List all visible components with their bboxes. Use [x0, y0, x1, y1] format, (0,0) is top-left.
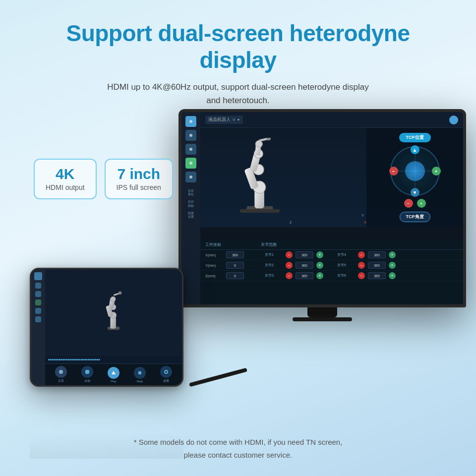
sidebar-icon-4	[35, 299, 41, 305]
svg-point-9	[59, 370, 63, 374]
badge-4k-main: 4K	[46, 167, 85, 181]
tablet-sidebar	[31, 269, 45, 385]
z-plus-btn[interactable]: +	[417, 199, 426, 208]
tablet-screen: ■■■■■■■■■■■■■■■■■■■■■■■■■■■■■ 主页 点动	[31, 269, 182, 385]
sidebar-icon-1	[34, 272, 42, 280]
table-row-y: Y(mm) 0 关节2 − 360 + 关节5 − 360 +	[200, 260, 463, 271]
tablet-content: ■■■■■■■■■■■■■■■■■■■■■■■■■■■■■ 主页 点动	[45, 269, 182, 385]
badge-7inch-main: 7 inch	[117, 167, 161, 181]
tablet-bottom-bar: 主页 点动 Play	[45, 363, 182, 385]
cell-j3-label: 关节3	[265, 273, 283, 278]
control-panel: TCP位置	[366, 128, 463, 227]
svg-point-8	[119, 291, 122, 295]
tcp-badge: TCP位置	[399, 133, 431, 142]
cell-j4-label: 关节4	[337, 252, 355, 257]
subtitle-line2: and heterotouch.	[206, 96, 270, 105]
svg-rect-12	[138, 371, 141, 374]
cell-j2-val: 360	[296, 262, 313, 269]
monitor-stand	[307, 307, 337, 317]
large-monitor: 日日零位 日日初始 回原位置 液晶机器人 ∨ ▼	[178, 109, 466, 322]
cell-j2-label: 关节2	[265, 263, 283, 268]
cell-j6-val: 360	[368, 272, 386, 279]
cell-x-val: 360	[226, 251, 244, 258]
table-row-z: Z(mm) 0 关节3 − 360 + 关节6 − 360 +	[200, 271, 463, 281]
tablet-robot-svg	[89, 290, 138, 335]
table-header-coords: 工件坐标	[205, 242, 221, 247]
table-header-joints: 关节范围	[261, 242, 277, 247]
cell-j3-plus[interactable]: +	[316, 272, 323, 279]
cell-j2-minus[interactable]: −	[286, 262, 293, 269]
cell-j4-val: 360	[368, 251, 386, 258]
devices-container: ■■■■■■■■■■■■■■■■■■■■■■■■■■■■■ 主页 点动	[0, 109, 476, 426]
tablet-robot-area	[45, 269, 182, 356]
cell-z-val: 0	[226, 272, 244, 279]
cell-j5-plus[interactable]: +	[389, 262, 396, 269]
sidebar-icon-5	[35, 308, 41, 314]
cell-j5-label: 关节5	[337, 263, 355, 268]
subtitle: HDMI up to 4K@60Hz output, support dual-…	[30, 80, 446, 107]
z-minus-btn[interactable]: −	[404, 199, 413, 208]
cell-j2-plus[interactable]: +	[316, 262, 323, 269]
joystick-down-btn[interactable]: ▼	[411, 188, 419, 197]
svg-point-13	[165, 370, 168, 373]
cell-j3-minus[interactable]: −	[286, 272, 293, 279]
monitor-sidebar: 日日零位 日日初始 回原位置	[181, 112, 200, 304]
subtitle-line1: HDMI up to 4K@60Hz output, support dual-…	[107, 82, 369, 92]
cell-j1-minus[interactable]: −	[286, 251, 293, 258]
sidebar-icon-2	[35, 283, 41, 289]
monitor-screen: 日日零位 日日初始 回原位置 液晶机器人 ∨ ▼	[181, 112, 463, 304]
joystick-up-btn[interactable]: ▲	[411, 145, 419, 154]
bottom-btn-circle-3	[108, 367, 119, 379]
cell-j1-label: 关节1	[265, 252, 283, 257]
sidebar-icon-6	[35, 316, 41, 322]
monitor-sidebar-item-5	[185, 172, 196, 182]
svg-point-6	[111, 297, 116, 301]
header-section: Support dual-screen heterodyne display H…	[0, 0, 476, 115]
badge-7inch: 7 inch IPS full screen	[105, 159, 173, 199]
badges-row: 4K HDMI output 7 inch IPS full screen	[34, 159, 173, 199]
monitor-sidebar-item-3	[185, 144, 196, 155]
bottom-btn-4: Stop	[134, 367, 146, 383]
cell-j4-plus[interactable]: +	[389, 251, 396, 258]
svg-rect-15	[240, 209, 280, 213]
cell-j6-plus[interactable]: +	[389, 272, 396, 279]
main-title: Support dual-screen heterodyne display	[30, 20, 446, 73]
cell-j6-minus[interactable]: −	[358, 272, 365, 279]
svg-rect-10	[85, 370, 89, 374]
z-axis-controls: − +	[404, 199, 426, 208]
bottom-btn-1: 主页	[55, 366, 67, 383]
cell-y-val: 0	[226, 262, 244, 269]
monitor-sidebar-item-1	[185, 116, 196, 127]
cell-j1-val: 360	[296, 251, 313, 258]
bottom-btn-circle-1	[55, 366, 67, 378]
bottom-btn-3: Play	[108, 367, 119, 383]
svg-point-25	[266, 138, 271, 140]
cell-j6-label: 关节6	[337, 273, 355, 278]
bottom-btn-circle-4	[134, 367, 146, 379]
monitor-robot-area: Z Y X TCP位置	[200, 128, 463, 227]
cell-j4-minus[interactable]: −	[358, 251, 365, 258]
footer-line2: please contact customer service.	[184, 451, 292, 459]
badge-7inch-sub: IPS full screen	[117, 183, 161, 191]
sidebar-icon-3	[35, 291, 41, 297]
monitor-base	[293, 317, 352, 321]
cell-j1-plus[interactable]: +	[316, 251, 323, 258]
monitor-topbar: 液晶机器人 ∨ ▼	[200, 112, 463, 128]
cell-j5-val: 360	[368, 262, 386, 269]
joystick-left-btn[interactable]: −	[389, 167, 398, 176]
cell-j5-minus[interactable]: −	[358, 262, 365, 269]
bottom-btn-circle-5	[160, 366, 172, 378]
bottom-btn-2: 点动	[81, 366, 93, 383]
svg-marker-11	[112, 371, 116, 374]
hdmi-cable	[189, 368, 247, 387]
joystick-container: ▲ ▼ − +	[390, 146, 440, 196]
cell-z-label: Z(mm)	[205, 274, 223, 278]
monitor-frame: 日日零位 日日初始 回原位置 液晶机器人 ∨ ▼	[178, 109, 466, 307]
badge-4k-sub: HDMI output	[46, 183, 85, 191]
small-tablet: ■■■■■■■■■■■■■■■■■■■■■■■■■■■■■ 主页 点动	[30, 268, 183, 387]
joystick-right-btn[interactable]: +	[432, 167, 441, 176]
monitor-table: 工件坐标 关节范围 X(mm) 360 关节1 − 360 +	[200, 240, 463, 304]
monitor-sidebar-item-2	[185, 130, 196, 141]
badge-4k: 4K HDMI output	[34, 159, 97, 199]
bottom-btn-5: 设置	[160, 366, 172, 383]
